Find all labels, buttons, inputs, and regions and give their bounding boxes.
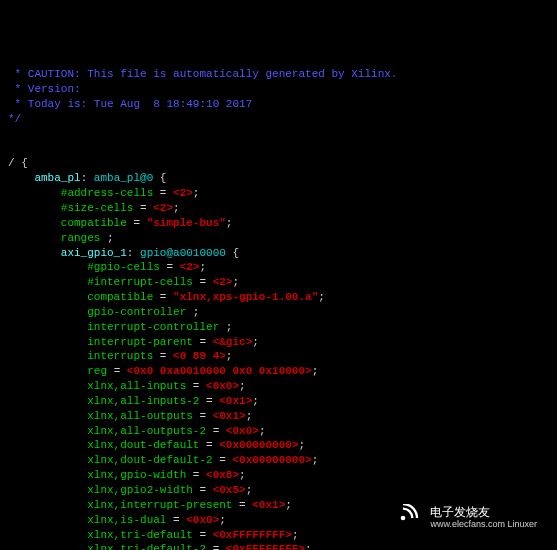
property-name: xlnx,all-inputs xyxy=(87,380,186,392)
property-name: xlnx,tri-default xyxy=(87,529,193,541)
property-value: <0x0> xyxy=(206,380,239,392)
property-name: xlnx,all-outputs xyxy=(87,410,193,422)
property-value: <2> xyxy=(180,261,200,273)
property-value: <0x5> xyxy=(213,484,246,496)
property-name: gpio-controller xyxy=(87,306,186,318)
property-name: xlnx,gpio-width xyxy=(87,469,186,481)
property-name: #size-cells xyxy=(61,202,134,214)
property-name: xlnx,all-inputs-2 xyxy=(87,395,199,407)
property-value: <0x1> xyxy=(252,499,285,511)
property-name: compatible xyxy=(61,217,127,229)
property-name: interrupt-parent xyxy=(87,336,193,348)
property-value: <&gic> xyxy=(213,336,253,348)
property-name: xlnx,interrupt-present xyxy=(87,499,232,511)
property-value: <0x0> xyxy=(226,425,259,437)
code-editor: * CAUTION: This file is automatically ge… xyxy=(8,67,549,550)
property-name: xlnx,all-outputs-2 xyxy=(87,425,206,437)
property-name: #interrupt-cells xyxy=(87,276,193,288)
property-value: <0x00000000> xyxy=(232,454,311,466)
comment-line: * CAUTION: This file is automatically ge… xyxy=(8,68,397,80)
svg-point-0 xyxy=(401,516,406,521)
comment-line: * Version: xyxy=(8,83,81,95)
node-name: gpio@a0010000 xyxy=(140,247,226,259)
property-name: #address-cells xyxy=(61,187,153,199)
property-value: <0x1> xyxy=(219,395,252,407)
comment-line: * Today is: Tue Aug 8 18:49:10 2017 xyxy=(8,98,252,110)
property-value: <2> xyxy=(213,276,233,288)
property-name: reg xyxy=(87,365,107,377)
property-value: <0x0> xyxy=(186,514,219,526)
property-value: <0x1> xyxy=(213,410,246,422)
property-value: <2> xyxy=(153,202,173,214)
watermark-sub: www.elecfans.com Linuxer xyxy=(430,520,537,530)
property-value: <0xFFFFFFFF> xyxy=(213,529,292,541)
property-name: interrupt-controller xyxy=(87,321,219,333)
node-label: amba_pl xyxy=(34,172,80,184)
property-name: xlnx,gpio2-width xyxy=(87,484,193,496)
property-value: <0x00000000> xyxy=(219,439,298,451)
node-label: axi_gpio_1 xyxy=(61,247,127,259)
property-value: <0xFFFFFFFF> xyxy=(226,543,305,550)
property-name: interrupts xyxy=(87,350,153,362)
property-value: <2> xyxy=(173,187,193,199)
property-name: xlnx,is-dual xyxy=(87,514,166,526)
property-name: ranges xyxy=(61,232,101,244)
property-name: xlnx,dout-default-2 xyxy=(87,454,212,466)
comment-line: */ xyxy=(8,113,21,125)
property-value: <0x8> xyxy=(206,469,239,481)
elecfans-logo-icon xyxy=(396,504,424,532)
property-name: xlnx,tri-default-2 xyxy=(87,543,206,550)
node-name: amba_pl@0 xyxy=(94,172,153,184)
watermark: 电子发烧友 www.elecfans.com Linuxer xyxy=(396,504,537,532)
brace-open: / { xyxy=(8,157,28,169)
property-value: <0x0 0xa0010000 0x0 0x10000> xyxy=(127,365,312,377)
watermark-text: 电子发烧友 xyxy=(430,506,537,519)
property-value: <0 89 4> xyxy=(173,350,226,362)
property-value: "xlnx,xps-gpio-1.00.a" xyxy=(173,291,318,303)
property-value: "simple-bus" xyxy=(147,217,226,229)
property-name: xlnx,dout-default xyxy=(87,439,199,451)
property-name: #gpio-cells xyxy=(87,261,160,273)
property-name: compatible xyxy=(87,291,153,303)
